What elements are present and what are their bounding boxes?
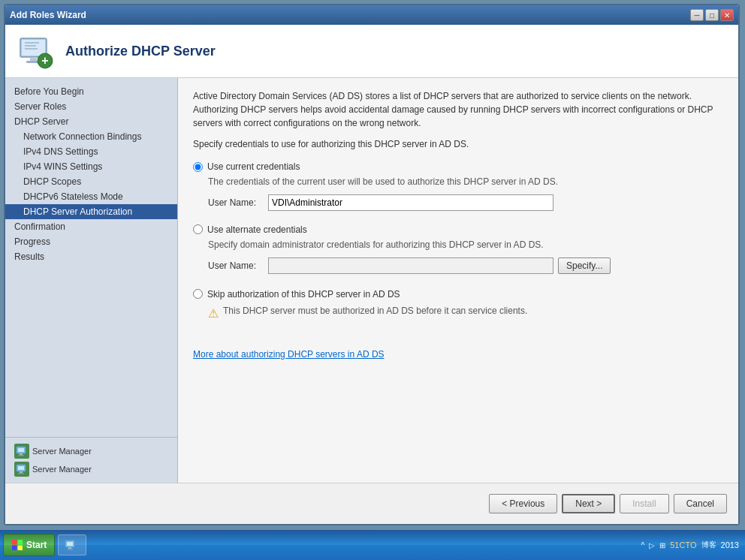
svg-rect-23 <box>68 547 71 549</box>
sidebar-item-dhcpv6-stateless-mode[interactable]: DHCPv6 Stateless Mode <box>5 189 177 204</box>
specify-credentials-text: Specify credentials to use for authorizi… <box>193 139 723 149</box>
current-credentials-description: The credentials of the current user will… <box>208 176 723 188</box>
sidebar-item-ipv4-wins-settings[interactable]: IPv4 WINS Settings <box>5 159 177 174</box>
svg-rect-17 <box>12 540 17 545</box>
server-manager-icon-2 <box>14 462 29 477</box>
sidebar-item-dhcp-server-authorization[interactable]: DHCP Server Authorization <box>5 204 177 219</box>
svg-rect-10 <box>18 448 24 452</box>
window-controls: ─ □ ✕ <box>690 9 734 21</box>
start-button[interactable]: Start <box>3 534 55 556</box>
skip-warning-text: This DHCP server must be authorized in A… <box>223 306 527 316</box>
install-button[interactable]: Install <box>620 494 668 513</box>
sidebar-item-results[interactable]: Results <box>5 249 177 264</box>
skip-authorization-radio-label[interactable]: Skip authorization of this DHCP server i… <box>193 289 723 300</box>
use-alternate-credentials-radio-label[interactable]: Use alternate credentials <box>193 224 723 235</box>
previous-button[interactable]: < Previous <box>489 494 557 513</box>
alternate-credentials-username-row: User Name: Specify... <box>208 257 723 274</box>
taskbar: Start ^ ▷ ⊞ 51CTO 博客 2013 <box>0 530 745 560</box>
sidebar-item-progress[interactable]: Progress <box>5 234 177 249</box>
sidebar-item-dhcp-server[interactable]: DHCP Server <box>5 114 177 129</box>
skip-authorization-label: Skip authorization of this DHCP server i… <box>207 289 400 300</box>
intro-paragraph: Active Directory Domain Services (AD DS)… <box>193 89 723 130</box>
use-alternate-credentials-label: Use alternate credentials <box>207 224 307 235</box>
server-manager-label-1: Server Manager <box>32 447 92 456</box>
svg-rect-14 <box>18 466 24 470</box>
warning-icon: ⚠ <box>208 306 219 321</box>
sidebar-item-dhcp-scopes[interactable]: DHCP Scopes <box>5 174 177 189</box>
use-current-credentials-radio[interactable] <box>193 162 203 172</box>
sidebar-item-ipv4-dns-settings[interactable]: IPv4 DNS Settings <box>5 144 177 159</box>
tray-year: 2013 <box>721 540 739 549</box>
svg-rect-15 <box>20 471 23 473</box>
tray-network-icon: ▷ <box>649 541 655 549</box>
maximize-button[interactable]: □ <box>705 9 719 21</box>
add-roles-wizard-window: Add Roles Wizard ─ □ ✕ <box>4 4 740 525</box>
server-manager-icon-1 <box>14 444 29 459</box>
use-current-credentials-radio-label[interactable]: Use current credentials <box>193 161 723 172</box>
use-alternate-credentials-radio[interactable] <box>193 224 203 234</box>
svg-rect-5 <box>30 57 37 61</box>
start-label: Start <box>26 540 47 550</box>
skip-authorization-radio[interactable] <box>193 289 203 299</box>
wizard-header: + Authorize DHCP Server <box>5 25 738 78</box>
window-title: Add Roles Wizard <box>10 10 690 20</box>
current-username-label: User Name: <box>208 197 268 208</box>
svg-rect-19 <box>12 546 17 551</box>
alternate-credentials-description: Specify domain administrator credentials… <box>208 239 723 251</box>
wizard-icon: + <box>17 32 54 70</box>
sidebar-item-before-you-begin[interactable]: Before You Begin <box>5 84 177 99</box>
use-alternate-credentials-section: Use alternate credentials Specify domain… <box>193 224 723 274</box>
title-bar: Add Roles Wizard ─ □ ✕ <box>5 5 738 25</box>
sidebar-bottom-panel: Server Manager Server Manager <box>5 437 178 483</box>
skip-warning-box: ⚠ This DHCP server must be authorized in… <box>208 306 723 321</box>
use-current-credentials-section: Use current credentials The credentials … <box>193 161 723 211</box>
use-current-credentials-label: Use current credentials <box>207 161 300 172</box>
taskbar-system-tray: ^ ▷ ⊞ 51CTO 博客 2013 <box>641 540 745 550</box>
server-manager-label-2: Server Manager <box>32 465 92 474</box>
alternate-username-input[interactable] <box>268 257 553 274</box>
svg-rect-11 <box>20 453 23 455</box>
skip-authorization-section: Skip authorization of this DHCP server i… <box>193 289 723 321</box>
taskbar-open-window[interactable] <box>58 534 86 555</box>
tray-display-icon: ⊞ <box>659 541 665 549</box>
svg-rect-22 <box>67 542 73 546</box>
alternate-username-label: User Name: <box>208 260 268 271</box>
svg-rect-20 <box>18 546 23 551</box>
specify-button[interactable]: Specify... <box>558 257 611 274</box>
sidebar-item-server-roles[interactable]: Server Roles <box>5 99 177 114</box>
svg-rect-24 <box>67 549 73 550</box>
sidebar-item-confirmation[interactable]: Confirmation <box>5 219 177 234</box>
current-username-input[interactable] <box>268 194 553 211</box>
svg-rect-1 <box>22 40 45 56</box>
sidebar-item-network-connection-bindings[interactable]: Network Connection Bindings <box>5 129 177 144</box>
svg-rect-12 <box>18 455 24 456</box>
svg-text:+: + <box>41 54 48 67</box>
wizard-footer: < Previous Next > Install Cancel <box>5 483 738 524</box>
svg-rect-18 <box>18 540 23 545</box>
tray-arrow-icon: ^ <box>641 541 645 549</box>
server-manager-item-1[interactable]: Server Manager <box>11 442 171 460</box>
close-button[interactable]: ✕ <box>720 9 734 21</box>
wizard-main-content: Active Directory Domain Services (AD DS)… <box>178 78 738 483</box>
cancel-button[interactable]: Cancel <box>674 494 727 513</box>
tray-text-51cto: 51CTO <box>670 540 696 549</box>
page-title: Authorize DHCP Server <box>65 44 216 59</box>
wizard-body: Before You Begin Server Roles DHCP Serve… <box>5 78 738 483</box>
current-credentials-username-row: User Name: <box>208 194 723 211</box>
minimize-button[interactable]: ─ <box>690 9 704 21</box>
wizard-sidebar: Before You Begin Server Roles DHCP Serve… <box>5 78 178 483</box>
tray-text-blog: 博客 <box>701 540 716 550</box>
taskbar-window-icon <box>65 539 77 551</box>
next-button[interactable]: Next > <box>562 494 615 513</box>
server-manager-item-2[interactable]: Server Manager <box>11 460 171 478</box>
more-info-link[interactable]: More about authorizing DHCP servers in A… <box>193 349 385 360</box>
svg-rect-16 <box>18 473 24 474</box>
windows-logo-icon <box>11 539 23 551</box>
